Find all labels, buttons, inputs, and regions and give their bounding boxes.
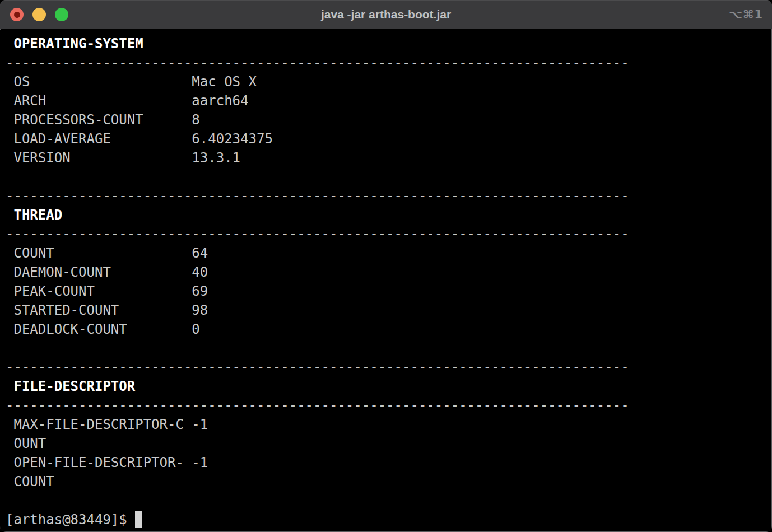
close-button[interactable] [10, 8, 24, 21]
window-title: java -jar arthas-boot.jar [321, 8, 451, 21]
blank-line [6, 339, 771, 358]
table-row: ARCH aarch64 [6, 91, 771, 110]
table-row: LOAD-AVERAGE 6.40234375 [6, 129, 771, 148]
table-row: PROCESSORS-COUNT 8 [6, 110, 771, 129]
titlebar[interactable]: java -jar arthas-boot.jar ⌥⌘1 [0, 0, 772, 29]
section-title: OPERATING-SYSTEM [6, 34, 771, 53]
table-row-wrap: OUNT [6, 434, 771, 453]
divider-line: ----------------------------------------… [6, 358, 771, 377]
divider-line: ----------------------------------------… [6, 396, 771, 415]
divider-line: ----------------------------------------… [6, 53, 771, 72]
terminal-window: java -jar arthas-boot.jar ⌥⌘1 OPERATING-… [0, 0, 772, 532]
close-dot-icon [14, 12, 20, 18]
tab-shortcut-badge: ⌥⌘1 [729, 8, 763, 21]
traffic-lights [10, 8, 68, 21]
shell-prompt: [arthas@83449]$ [6, 512, 127, 528]
zoom-button[interactable] [55, 8, 68, 21]
terminal-lines: OPERATING-SYSTEM------------------------… [6, 34, 771, 510]
table-row: DAEMON-COUNT 40 [6, 263, 771, 282]
minimize-button[interactable] [32, 8, 46, 21]
table-row: PEAK-COUNT 69 [6, 282, 771, 301]
section-title: THREAD [6, 206, 771, 225]
table-row: VERSION 13.3.1 [6, 148, 771, 167]
table-row: OPEN-FILE-DESCRIPTOR- -1 [6, 453, 771, 472]
table-row: OS Mac OS X [6, 72, 771, 91]
table-row: MAX-FILE-DESCRIPTOR-C -1 [6, 415, 771, 434]
table-row-wrap: COUNT [6, 472, 771, 491]
section-title: FILE-DESCRIPTOR [6, 377, 771, 396]
blank-line [6, 491, 771, 510]
prompt-line: [arthas@83449]$ [6, 510, 771, 529]
terminal-cursor [135, 511, 142, 528]
divider-line: ----------------------------------------… [6, 225, 771, 244]
divider-line: ----------------------------------------… [6, 186, 771, 206]
table-row: COUNT 64 [6, 244, 771, 263]
terminal-content[interactable]: OPERATING-SYSTEM------------------------… [0, 30, 771, 531]
table-row: DEADLOCK-COUNT 0 [6, 320, 771, 339]
table-row: STARTED-COUNT 98 [6, 301, 771, 320]
blank-line [6, 167, 771, 186]
